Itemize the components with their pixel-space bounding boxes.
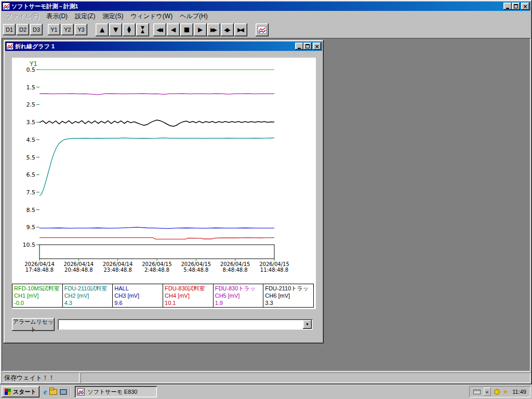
x-tick-time: 5:48:48.8	[183, 267, 208, 273]
toolbar-y3-button[interactable]: Y3	[75, 24, 87, 35]
x-tick-date: 2026/04/15	[220, 261, 250, 267]
expand-y-button[interactable]: ▲▼	[123, 23, 136, 36]
fast-rewind-button[interactable]: ◀◀	[153, 23, 166, 36]
fast-forward-button[interactable]: ▶▶	[207, 23, 220, 36]
task-button-softthermo[interactable]: ソフトサーモ E830	[75, 386, 157, 397]
legend-ch6: FDU-2110トラッCH6 [mV]3.3	[263, 284, 314, 308]
y-tick-label: 9.5	[26, 224, 36, 231]
icon-button-group: ▲▼▲▼▼▲◀◀◀■▶▶▶◀▶▶◀	[96, 23, 247, 36]
x-tick-time: 23:48:48.8	[103, 267, 131, 273]
task-label: ソフトサーモ E830	[87, 388, 137, 396]
y-tick-label: 2.5	[26, 101, 36, 108]
task-icon	[77, 388, 85, 395]
menu-measure[interactable]: 測定(S)	[99, 10, 127, 22]
taskbar-clock: 11:49	[511, 389, 526, 395]
toolbar-d2-button[interactable]: D2	[17, 24, 29, 35]
start-button[interactable]: スタート	[2, 386, 39, 397]
keyboard-icon[interactable]	[473, 390, 481, 394]
maximize-icon	[305, 44, 310, 48]
combo-dropdown-button[interactable]: ▼	[303, 320, 312, 329]
toolbar-y1-button[interactable]: Y1	[48, 24, 60, 35]
x-tick-date: 2026/04/14	[103, 261, 133, 267]
legend-station: HALL	[114, 285, 161, 292]
x-tick-time: 8:48:48.8	[223, 267, 248, 273]
step-back-icon: ◀	[171, 26, 176, 33]
status-tray-icon[interactable]: ★	[503, 388, 509, 395]
toolbar-d1-button[interactable]: D1	[3, 24, 16, 35]
shift-up-icon: ▲	[100, 26, 104, 33]
alarm-strip	[39, 245, 274, 259]
series-CH4	[39, 238, 274, 240]
y-tick-label: 6.5	[26, 171, 36, 178]
graph-close-button[interactable]: ×	[313, 43, 321, 50]
system-tray: « ★ 11:49	[469, 386, 530, 397]
y-tick-label: 5.5	[26, 154, 36, 161]
internet-explorer-icon[interactable]: e	[44, 388, 47, 396]
stop-button[interactable]: ■	[180, 23, 193, 36]
legend-ch5: FDU-830トラッCH5 [mV]1.9	[213, 284, 264, 308]
window-title: ソフトサーモ計測－計測1	[10, 3, 503, 10]
fit-y-icon: ▲	[141, 30, 144, 33]
tray-collapse-button[interactable]: «	[484, 388, 491, 396]
toolbar-divider	[70, 387, 71, 396]
legend-station: FDU-2110トラッ	[265, 285, 312, 292]
alarm-reset-button[interactable]: アラームリセット	[12, 318, 55, 331]
legend-ch1: RFD-10MS試料室CH1 [mV]-0.0	[12, 284, 63, 308]
alarm-tray-icon[interactable]	[494, 389, 500, 395]
legend-value: 3.3	[265, 299, 312, 307]
series-CH2	[39, 138, 274, 195]
x-tick-date: 2026/04/14	[64, 261, 94, 267]
menu-file[interactable]: ファイル(F)	[2, 10, 43, 22]
status-spacer	[81, 373, 530, 383]
shift-up-button[interactable]: ▲	[96, 23, 109, 36]
compress-x-button[interactable]: ▶◀	[234, 23, 247, 36]
graph-window-title: 折れ線グラフ 1	[14, 43, 295, 50]
graph-client-area: Y10.51.52.53.54.55.56.57.58.59.510.52026…	[5, 51, 322, 342]
graph-window-titlebar: 折れ線グラフ 1 ×	[5, 42, 322, 51]
chart-panel: Y10.51.52.53.54.55.56.57.58.59.510.52026…	[12, 58, 316, 309]
expand-x-button[interactable]: ◀▶	[221, 23, 234, 36]
minimize-icon	[298, 48, 301, 49]
legend-value: -0.0	[14, 299, 61, 307]
minimize-icon	[506, 8, 509, 9]
shift-down-button[interactable]: ▼	[109, 23, 122, 36]
legend-channel: CH2 [mV]	[64, 292, 111, 299]
close-button[interactable]: ×	[521, 3, 529, 10]
alarm-combobox[interactable]: ▼	[58, 319, 313, 330]
graph-icon	[258, 26, 267, 34]
graph-button[interactable]	[256, 23, 269, 36]
windows-logo-icon	[5, 389, 11, 395]
combo-value[interactable]	[58, 319, 302, 330]
menu-view[interactable]: 表示(D)	[43, 10, 71, 22]
menu-settings[interactable]: 設定(Z)	[71, 10, 99, 22]
expand-y-icon: ▼	[127, 30, 131, 33]
y-tick-label: 7.5	[26, 189, 36, 196]
graph-maximize-button[interactable]	[303, 43, 312, 50]
status-bar: 保存ウェイト！！	[2, 371, 530, 383]
minimize-button[interactable]	[503, 3, 512, 10]
toolbar-d3-button[interactable]: D3	[30, 24, 43, 35]
step-back-button[interactable]: ◀	[167, 23, 180, 36]
fit-y-button[interactable]: ▼▲	[136, 23, 149, 36]
series-CH6	[39, 120, 274, 126]
series-CH3	[39, 227, 274, 228]
menu-help[interactable]: ヘルプ(H)	[176, 10, 211, 22]
shift-down-icon: ▼	[113, 26, 118, 33]
fast-rewind-icon: ◀◀	[156, 26, 161, 33]
step-forward-button[interactable]: ▶	[194, 23, 207, 36]
legend-station: RFD-10MS試料室	[14, 285, 61, 292]
chevron-down-icon: ▼	[305, 322, 310, 327]
x-tick-time: 17:48:48.8	[25, 267, 54, 273]
desktop-icon[interactable]	[60, 389, 67, 395]
y-tick-label: 10.5	[23, 242, 36, 248]
menu-window[interactable]: ウィンドウ(W)	[127, 10, 176, 22]
taskbar: スタート e ソフトサーモ E830 « ★ 11:49	[0, 384, 532, 399]
toolbar-y2-button[interactable]: Y2	[61, 24, 74, 35]
toolbar: D1D2D3 Y1Y2Y3 ▲▼▲▼▼▲◀◀◀■▶▶▶◀▶▶◀	[2, 21, 530, 38]
folder-icon[interactable]	[49, 389, 57, 395]
graph-minimize-button[interactable]	[295, 43, 303, 50]
legend-value: 1.9	[215, 299, 262, 307]
y-tick-label: 0.5	[26, 66, 36, 73]
maximize-button[interactable]	[512, 3, 520, 10]
mdi-area: 折れ線グラフ 1 × Y10.51.52.53.54.55.56.57.58.5…	[2, 38, 530, 371]
